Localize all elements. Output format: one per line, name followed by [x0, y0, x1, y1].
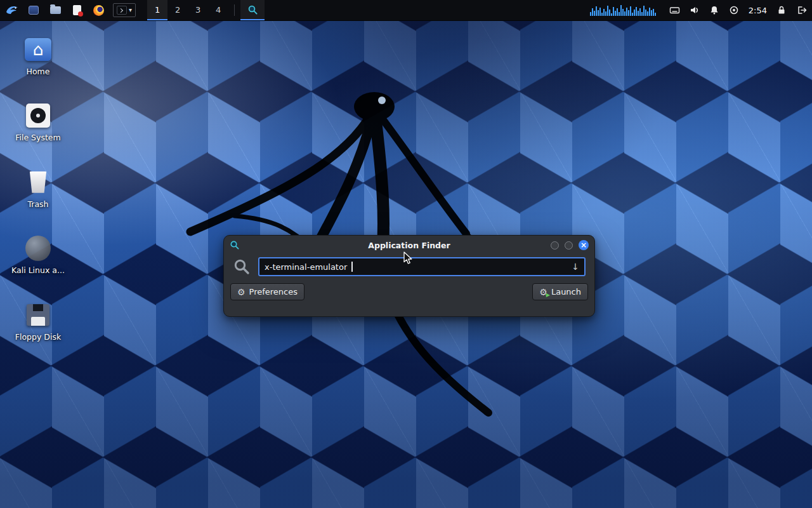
launcher-file-manager[interactable]	[44, 0, 66, 20]
desktop-icon-kali-linux[interactable]: Kali Linux a...	[9, 234, 67, 275]
mouse-cursor	[402, 251, 415, 265]
document-icon	[73, 5, 81, 15]
folder-icon	[50, 6, 61, 14]
gear-icon: ⚙	[237, 288, 246, 297]
lock-screen-icon[interactable]	[776, 5, 787, 15]
window-icon	[29, 6, 39, 15]
workspace-button-1[interactable]: 1	[147, 0, 167, 20]
chevron-down-icon: ▾	[129, 7, 132, 13]
keyboard-indicator-icon[interactable]	[669, 5, 680, 15]
application-finder-window: Application Finder × x-terminal-emulator…	[223, 235, 595, 317]
kali-logo-icon	[4, 3, 20, 18]
desktop-icon-label: Trash	[27, 200, 48, 209]
task-application-finder[interactable]	[240, 0, 265, 20]
network-monitor-graph[interactable]	[590, 3, 660, 17]
kali-disc-icon	[25, 236, 51, 261]
launcher-terminal-dropdown[interactable]: ▾	[113, 3, 136, 17]
preferences-button-label: Preferences	[249, 287, 298, 297]
top-panel: ▾ 1 2 3 4	[0, 0, 812, 21]
text-cursor	[351, 262, 353, 272]
preferences-button[interactable]: ⚙ Preferences	[230, 283, 304, 300]
notifications-bell-icon[interactable]	[709, 5, 719, 15]
close-icon: ×	[580, 241, 587, 249]
maximize-button[interactable]	[565, 241, 573, 250]
panel-right-group: 2:54	[590, 0, 807, 20]
trash-icon	[29, 171, 48, 193]
minimize-button[interactable]	[551, 241, 559, 250]
terminal-icon	[117, 6, 127, 15]
home-icon: ⌂	[25, 38, 51, 61]
desktop-icon-label: Home	[27, 67, 50, 76]
dialog-button-row: ⚙ Preferences ⚙ ▶ Launch	[224, 276, 594, 300]
search-icon	[247, 4, 258, 15]
desktop-icon-file-system[interactable]: File System	[9, 102, 67, 142]
volume-icon[interactable]	[690, 5, 700, 15]
desktop-icon-list: ⌂ Home File System Trash Kali Linux a...…	[9, 36, 67, 342]
panel-left-group: ▾ 1 2 3 4	[1, 0, 265, 20]
desktop-icon-label: Kali Linux a...	[11, 266, 65, 275]
desktop-icon-label: Floppy Disk	[15, 333, 61, 342]
firefox-icon	[93, 5, 104, 16]
applications-menu-button[interactable]	[1, 0, 23, 20]
desktop-icon-floppy-disk[interactable]: Floppy Disk	[9, 301, 67, 342]
clock[interactable]: 2:54	[749, 6, 767, 15]
status-indicator-icon[interactable]	[729, 5, 739, 15]
floppy-disk-icon	[27, 304, 49, 326]
launch-button[interactable]: ⚙ ▶ Launch	[532, 283, 588, 300]
file-system-icon	[26, 104, 50, 128]
search-input[interactable]: x-terminal-emulator ↓	[258, 257, 586, 276]
launch-play-glyph: ▶	[546, 293, 550, 298]
application-finder-icon	[230, 240, 240, 250]
panel-separator	[234, 4, 235, 16]
workspace-button-4[interactable]: 4	[208, 0, 228, 20]
desktop-icon-label: File System	[15, 133, 61, 142]
dropdown-arrow-icon[interactable]: ↓	[572, 262, 579, 272]
launcher-firefox[interactable]	[88, 0, 109, 20]
desktop-icon-home[interactable]: ⌂ Home	[9, 36, 67, 76]
desktop-icon-trash[interactable]: Trash	[9, 168, 67, 209]
close-button[interactable]: ×	[579, 240, 589, 250]
launcher-text-editor[interactable]	[66, 0, 88, 20]
launch-button-label: Launch	[551, 287, 581, 297]
workspace-switcher: 1 2 3 4	[147, 0, 228, 20]
search-icon-large	[233, 258, 251, 276]
launcher-window[interactable]	[23, 0, 44, 20]
workspace-button-3[interactable]: 3	[188, 0, 208, 20]
logout-icon[interactable]	[796, 5, 807, 15]
window-controls: ×	[551, 240, 589, 250]
dialog-title: Application Finder	[224, 241, 594, 250]
launch-icon: ⚙ ▶	[539, 288, 547, 297]
search-input-value: x-terminal-emulator	[265, 262, 347, 272]
workspace-button-2[interactable]: 2	[167, 0, 188, 20]
